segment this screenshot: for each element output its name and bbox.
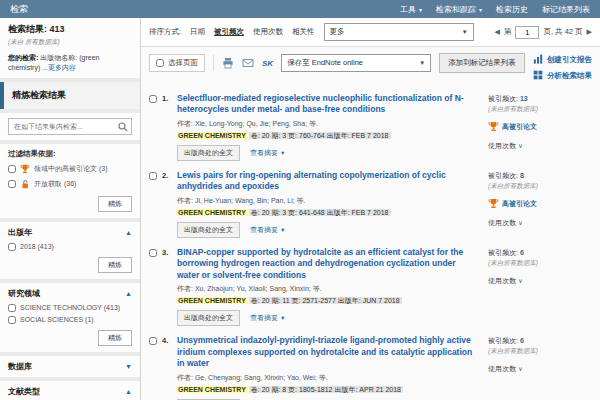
search-within-card (0, 113, 140, 140)
analyze-results-link[interactable]: 分析检索结果 (533, 70, 592, 82)
results-source-note: (来自 所有数据库) (8, 38, 132, 47)
result-source: GREEN CHEMISTRY 卷: 20 期: 3 页: 760-764 出版… (177, 131, 480, 141)
filter-open-access: 开放获取 (36) (8, 179, 132, 190)
year-2018-checkbox[interactable] (8, 243, 16, 251)
result-title-link[interactable]: Selectfluor-mediated regioselective nucl… (177, 93, 480, 116)
highly-cited-checkbox[interactable] (8, 165, 16, 173)
usage-count-link[interactable]: 使用次数∨ (488, 141, 594, 151)
sort-more-dropdown[interactable]: 更多 ▼ (324, 23, 474, 41)
collapse-icon[interactable]: ▲ (125, 290, 132, 297)
nav-tools[interactable]: 工具▾ (400, 4, 422, 15)
top-nav: 工具▾ 检索和跟踪▾ 检索历史 标记结果列表 (400, 4, 590, 15)
search-icon[interactable] (118, 122, 128, 134)
result-title-link[interactable]: BINAP-copper supported by hydrotalcite a… (177, 247, 480, 281)
nav-search-history[interactable]: 检索历史 (496, 4, 528, 15)
chevron-down-icon: ▼ (419, 60, 425, 66)
science-technology-checkbox[interactable] (8, 304, 16, 312)
usage-count-link[interactable]: 使用次数∨ (488, 276, 594, 286)
collapse-icon[interactable]: ▲ (125, 388, 132, 395)
expand-icon[interactable]: ▼ (125, 363, 132, 370)
create-citation-report-link[interactable]: 创建引文报告 (533, 54, 592, 66)
research-area-row: SCIENCE TECHNOLOGY (413) (8, 304, 132, 312)
usage-count-link[interactable]: 使用次数∨ (488, 364, 594, 374)
view-abstract-link[interactable]: 查看摘要▼ (250, 313, 285, 323)
nav-search-alerts[interactable]: 检索和跟踪▾ (436, 4, 482, 15)
nav-marked-list[interactable]: 标记结果列表 (542, 4, 590, 15)
fulltext-button[interactable]: 出版商处的全文 (177, 310, 240, 326)
result-authors: 作者: Xie, Long-Yong; Qu, Jie; Peng, Sha; … (177, 119, 480, 129)
year-filter-row: 2018 (413) (8, 243, 132, 251)
result-source: GREEN CHEMISTRY 卷: 20 期: 8 页: 1805-1812 … (177, 385, 480, 395)
view-abstract-link[interactable]: 查看摘要▼ (250, 225, 285, 235)
section-title: 数据库 (8, 361, 32, 372)
result-checkbox[interactable] (149, 337, 157, 345)
print-icon[interactable] (222, 57, 234, 69)
search-within-input[interactable] (8, 118, 132, 135)
sort-bar: 排序方式: 日期 被引频次 使用次数 相关性 更多 ▼ ◀ 第 页, 共 42 … (141, 18, 600, 47)
your-search: 您的检索: 出版物名称: (green chemistry) ...更多内容 (8, 53, 132, 73)
sort-by-times-cited[interactable]: 被引频次 (214, 27, 244, 37)
open-access-checkbox[interactable] (8, 180, 16, 188)
trophy-icon (20, 164, 30, 175)
result-checkbox[interactable] (149, 95, 157, 103)
result-row: 2. Lewis pairs for ring-opening alternat… (141, 165, 600, 242)
result-authors: 作者: Ji, He-Yuan; Wang, Bin; Pan, Li; 等. (177, 196, 480, 206)
chevron-down-icon: ▼ (280, 150, 285, 156)
result-number: 2. (162, 171, 175, 238)
sk-export-icon[interactable]: SK (262, 59, 273, 68)
result-authors: 作者: Ge, Chenyang; Sang, Xinxin; Yao, Wei… (177, 373, 480, 383)
result-number: 4. (162, 336, 175, 400)
result-checkbox[interactable] (149, 249, 157, 257)
result-row: 1. Selectfluor-mediated regioselective n… (141, 88, 600, 165)
select-page-checkbox[interactable] (156, 59, 164, 67)
open-access-icon (20, 179, 30, 190)
result-meta: 卷: 20 期: 11 页: 2571-2577 出版年: JUN 7 2018 (249, 297, 402, 304)
sort-by-usage[interactable]: 使用次数 (253, 27, 283, 37)
prev-page-arrow[interactable]: ◀ (495, 28, 500, 36)
fulltext-button[interactable]: 出版商处的全文 (177, 222, 240, 238)
save-to-endnote-dropdown[interactable]: 保存至 EndNote online ▼ (281, 54, 431, 72)
social-sciences-checkbox[interactable] (8, 316, 16, 324)
sort-by-date[interactable]: 日期 (190, 27, 205, 37)
section-research-areas: 研究领域 ▲ SCIENCE TECHNOLOGY (413) SOCIAL S… (0, 283, 140, 352)
refine-button[interactable]: 精炼 (98, 330, 132, 346)
results-list: 1. Selectfluor-mediated regioselective n… (141, 86, 600, 400)
refine-button[interactable]: 精炼 (98, 196, 132, 212)
result-authors: 作者: Xu, Zhaojun; Yu, Xiaoli; Sang, Xinxi… (177, 284, 480, 294)
trophy-icon (488, 198, 499, 210)
result-title-link[interactable]: Lewis pairs for ring-opening alternating… (177, 170, 480, 193)
next-page-arrow[interactable]: ▶ (587, 28, 592, 36)
view-abstract-link[interactable]: 查看摘要▼ (250, 148, 285, 158)
chevron-down-icon: ▼ (462, 29, 468, 35)
page-number-input[interactable] (515, 26, 539, 39)
times-cited-link[interactable]: 6 (520, 249, 524, 256)
filter-by-label: 过滤结果依据: (8, 149, 132, 159)
section-title: 出版年 (8, 227, 32, 238)
result-row: 3. BINAP-copper supported by hydrotalcit… (141, 242, 600, 330)
research-area-row: SOCIAL SCIENCES (1) (8, 316, 132, 324)
result-title-link[interactable]: Unsymmetrical indazolyl-pyridinyl-triazo… (177, 335, 480, 369)
sort-by-relevance[interactable]: 相关性 (292, 27, 315, 37)
sort-label: 排序方式: (149, 27, 181, 37)
report-links: 创建引文报告 分析检索结果 (533, 53, 592, 82)
times-cited-link[interactable]: 8 (520, 172, 524, 179)
chevron-down-icon: ▾ (419, 6, 422, 13)
page-title: 检索 (10, 3, 28, 16)
add-to-marked-list-button[interactable]: 添加到标记结果列表 (439, 53, 525, 73)
result-checkbox[interactable] (149, 172, 157, 180)
times-cited-link[interactable]: 6 (520, 337, 524, 344)
fulltext-button[interactable]: 出版商处的全文 (177, 145, 240, 161)
quick-filters-card: 过滤结果依据: 领域中的高被引论文 (3) 开放获取 (36) 精炼 (0, 144, 140, 218)
section-publication-year: 出版年 ▲ 2018 (413) 精炼 (0, 222, 140, 279)
collapse-icon[interactable]: ▲ (125, 229, 132, 236)
times-cited-link[interactable]: 13 (520, 95, 528, 102)
trophy-icon (488, 121, 499, 133)
usage-count-link[interactable]: 使用次数∨ (488, 218, 594, 228)
refine-button[interactable]: 精炼 (98, 257, 132, 273)
section-title: 文献类型 (8, 386, 40, 397)
chevron-down-icon: ∨ (518, 277, 523, 285)
more-link[interactable]: ...更多内容 (42, 64, 76, 71)
select-page-box: 选择页面 (149, 54, 205, 72)
email-icon[interactable] (242, 57, 254, 69)
section-databases: 数据库 ▼ (0, 356, 140, 377)
